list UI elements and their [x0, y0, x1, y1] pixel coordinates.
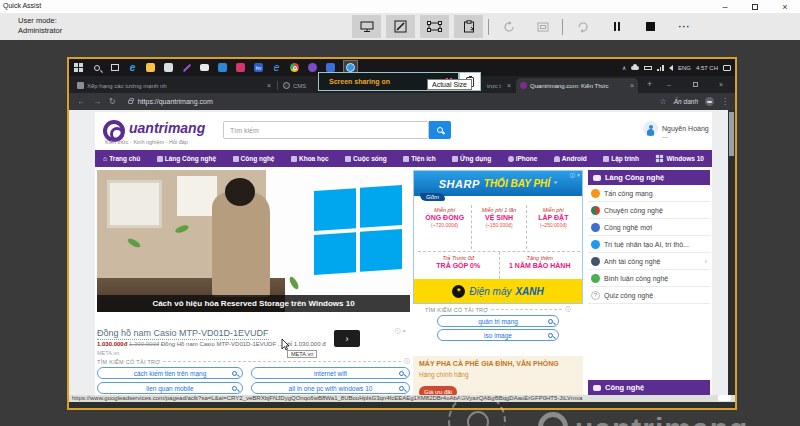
site-search-button[interactable] [429, 121, 451, 139]
taskbar-chrome-button[interactable] [289, 62, 300, 73]
task-manager-button[interactable] [454, 15, 483, 38]
volume-icon[interactable] [669, 65, 673, 71]
start-button[interactable] [73, 62, 84, 73]
minimize-button[interactable]: – [710, 0, 740, 13]
sidebar-item-cong-nghe-moi[interactable]: Công nghệ mới [588, 219, 710, 236]
maximize-button[interactable] [740, 0, 770, 13]
nav-home[interactable]: ⌂Trang chủ [103, 155, 140, 162]
sponsored-pill[interactable]: cách kiếm tiền trên mạng [97, 367, 243, 379]
sponsored-pill[interactable]: lien quan mobile [97, 382, 243, 394]
reload-button[interactable]: ↻ [109, 97, 116, 106]
select-monitor-button[interactable] [352, 15, 381, 38]
tab-close-icon[interactable]: × [630, 82, 634, 89]
taskbar-people-button[interactable] [235, 62, 246, 73]
nav-windows-10[interactable]: Windows 10 [655, 154, 704, 163]
nav-cuoc-song[interactable]: Cuộc sống [345, 155, 387, 162]
network-icon[interactable] [657, 65, 664, 71]
language-indicator[interactable]: ENG [678, 65, 691, 71]
remote-screen[interactable]: e hn e ∧ ENG 4:57 CH [67, 57, 737, 410]
taskbar-mail-button[interactable] [199, 62, 210, 73]
ad-info-icon[interactable]: ⓘ [395, 328, 401, 335]
remote-minimize-button[interactable]: – [657, 76, 681, 92]
task-view-button[interactable] [109, 62, 120, 73]
sidebar-item-tan-cong-mang[interactable]: Tấn công mạng [588, 185, 710, 202]
sidebar-header[interactable]: Công nghệ [588, 380, 710, 395]
url-text[interactable]: https://quantrimang.com [138, 98, 213, 105]
stop-sharing-button[interactable] [636, 15, 665, 38]
nav-android[interactable]: Android [554, 155, 587, 162]
secure-lock-icon[interactable] [128, 100, 133, 104]
more-options-button[interactable]: ··· [670, 15, 699, 38]
sponsored-pill[interactable]: quản trị mạng [437, 315, 559, 327]
taskbar-pen-button[interactable] [181, 62, 192, 73]
remote-maximize-button[interactable] [683, 76, 707, 92]
sponsored-pill[interactable]: iso image [437, 329, 559, 341]
taskbar-photos-button[interactable] [217, 62, 228, 73]
taskbar-explorer-button[interactable] [145, 62, 156, 73]
ad-close-icon[interactable]: × [403, 328, 406, 335]
tray-chevron-up-icon[interactable]: ∧ [622, 64, 626, 71]
taskbar-edge-button[interactable]: e [127, 62, 138, 73]
page-scrollbar[interactable] [728, 110, 735, 395]
close-button[interactable]: × [770, 0, 800, 13]
taskbar-app-button[interactable]: hn [253, 62, 264, 73]
sponsored-pill[interactable]: all in one pc with windows 10 [251, 382, 410, 394]
new-tab-button[interactable]: + [647, 79, 652, 89]
bookmark-star-icon[interactable]: ☆ [660, 97, 667, 106]
sidebar-item-tri-tue-nhan-tao[interactable]: Trí tuệ nhân tạo AI, trí thô... [588, 236, 710, 253]
battery-icon[interactable] [644, 66, 652, 70]
nav-tien-ich[interactable]: Tiện ích [403, 155, 435, 162]
taskbar-store-button[interactable] [163, 62, 174, 73]
product-next-button[interactable]: › [334, 330, 360, 347]
nav-lang-cong-nghe[interactable]: Làng Công nghệ [157, 155, 216, 162]
taskbar-viber-button[interactable] [307, 62, 318, 73]
tab-active-quantrimang[interactable]: Quantrimang.com: Kiến Thức × [516, 78, 638, 93]
annotate-button[interactable] [386, 15, 415, 38]
sidebar-header[interactable]: Làng Công nghệ [588, 170, 710, 185]
site-search-input[interactable] [223, 121, 429, 139]
browser-menu-icon[interactable]: ⋮ [721, 97, 729, 106]
actual-size-button[interactable] [420, 15, 449, 38]
tab-close-icon[interactable]: × [507, 82, 511, 89]
coffee-ad[interactable]: MÁY PHA CÀ PHÊ GIA ĐÌNH, VĂN PHÒNG Hàng … [413, 356, 583, 395]
featured-article[interactable]: Cách vô hiệu hóa Reserved Storage trên W… [97, 170, 410, 312]
tab-4[interactable]: trực t × [483, 78, 515, 93]
sharp-ad[interactable]: SHARP THỔI BAY PHÍ * ⓘ × Gồm Miễn phí ỐN… [413, 170, 583, 304]
sidebar-item-quiz-cong-nghe[interactable]: ?Quiz công nghệ [588, 287, 710, 304]
article-caption[interactable]: Cách vô hiệu hóa Reserved Storage trên W… [97, 295, 410, 312]
ad-choices[interactable]: ⓘ × [570, 172, 580, 178]
nav-iphone[interactable]: iPhone [508, 155, 538, 162]
back-button[interactable]: ← [77, 97, 85, 106]
tab-1[interactable]: Xếp hạng các tướng mạnh nh × [73, 78, 275, 93]
status-expand-button[interactable] [718, 395, 731, 401]
ad-choices[interactable]: ⓘ × [395, 328, 406, 335]
ad-info-icon[interactable]: ⓘ [570, 172, 575, 178]
nav-cong-nghe[interactable]: Công nghệ [233, 155, 275, 162]
sidebar-item-binh-luan-cong-nghe[interactable]: Bình luận công nghệ [588, 270, 710, 287]
taskbar-search-button[interactable] [91, 62, 102, 73]
tab-close-icon[interactable]: × [267, 82, 271, 89]
clock[interactable]: 4:57 CH [696, 65, 718, 71]
sidebar-item-anh-tai-cong-nghe[interactable]: Anh tài công nghệ› [588, 253, 710, 270]
user-avatar[interactable] [643, 121, 658, 136]
nav-ung-dung[interactable]: Ứng dụng [452, 155, 491, 162]
forward-button[interactable]: → [93, 97, 101, 106]
dien-may-xanh-banner[interactable]: * Điện máy XANH [414, 279, 582, 303]
action-center-icon[interactable] [723, 65, 731, 71]
nav-lap-trinh[interactable]: Lập trình [603, 155, 639, 162]
info-icon[interactable]: ⓘ [565, 306, 571, 313]
product-ad-title[interactable]: Đồng hồ nam Casio MTP-VD01D-1EVUDF [97, 328, 269, 340]
ad-close-icon[interactable]: × [577, 172, 580, 178]
onedrive-cloud-icon[interactable] [631, 66, 639, 70]
info-icon[interactable]: ⓘ [404, 358, 410, 365]
sponsored-pill[interactable]: internet wifi [251, 367, 410, 379]
user-name[interactable]: Nguyễn Hoàng ... [662, 125, 712, 139]
scrollbar-thumb[interactable] [729, 112, 734, 156]
sidebar-item-chuyen-cong-nghe[interactable]: Chuyện công nghệ [588, 202, 710, 219]
site-logo[interactable]: uantrimang [129, 120, 205, 136]
coffee-ad-button[interactable]: Giá ưu đãi [419, 386, 457, 395]
nav-khoa-hoc[interactable]: Khoa học [291, 155, 329, 162]
taskbar-ie-button[interactable]: e [271, 62, 282, 73]
remote-close-button[interactable]: × [709, 76, 733, 92]
pause-sharing-button[interactable] [602, 15, 631, 38]
